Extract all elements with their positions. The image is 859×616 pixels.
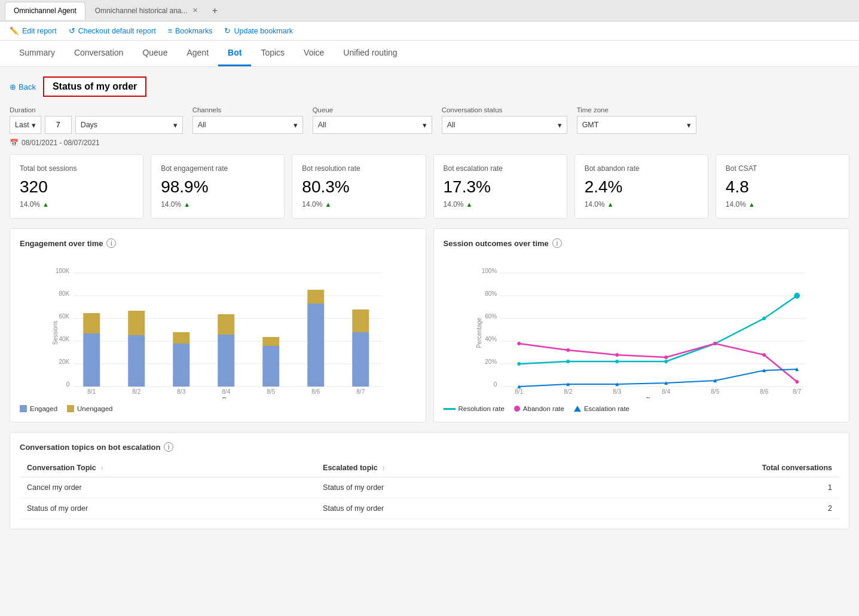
svg-text:8/6: 8/6 [760,388,768,395]
col-escalated-topic[interactable]: Escalated topic ↑ [316,459,565,477]
back-icon: ⊕ [10,82,16,91]
svg-text:60%: 60% [485,313,497,320]
tab-close-icon[interactable]: ✕ [192,7,198,14]
date-range: 📅 08/01/2021 - 08/07/2021 [10,139,849,147]
svg-text:8/3: 8/3 [613,388,621,395]
legend-resolution: Resolution rate [444,405,505,412]
svg-text:8/5: 8/5 [267,388,275,395]
sort-icon-escalated[interactable]: ↑ [382,465,385,471]
kpi-title-4: Bot abandon rate [585,164,698,173]
kpi-abandon-rate: Bot abandon rate 2.4% 14.0% ▲ [574,154,708,219]
svg-point-65 [615,353,619,357]
back-title-row: ⊕ Back Status of my order [10,76,849,97]
svg-text:8/4: 8/4 [222,388,230,395]
back-button[interactable]: ⊕ Back [10,82,36,91]
legend-unengaged: Unengaged [67,405,112,412]
trend-up-icon-5: ▲ [748,201,755,208]
cell-total-0: 1 [565,477,839,498]
kpi-engagement-rate: Bot engagement rate 98.9% 14.0% ▲ [151,154,285,219]
calendar-icon: 📅 [10,139,19,147]
table-row: Status of my order Status of my order 2 [20,498,839,519]
unengaged-color [67,405,74,412]
svg-text:8/4: 8/4 [662,388,670,395]
timezone-select[interactable]: GMT ▾ [577,116,696,134]
table-card: Conversation topics on bot escalation i … [10,432,849,529]
edit-report-button[interactable]: ✏️ Edit report [10,26,57,35]
tab-voice[interactable]: Voice [294,41,334,66]
svg-text:8/1: 8/1 [515,388,523,395]
sort-icon-topic[interactable]: ↑ [100,465,103,471]
trend-up-icon-1: ▲ [184,201,190,208]
tab-omnichannel-historical[interactable]: Omnichannel historical ana... ✕ [87,2,206,20]
tab-unified-routing[interactable]: Unified routing [334,41,406,66]
svg-point-62 [794,293,800,299]
page-title: Status of my order [43,76,146,97]
session-legend: Resolution rate Abandon rate Escalation … [444,405,840,412]
tab-topics[interactable]: Topics [251,41,294,66]
svg-point-58 [615,360,619,363]
col-total-conversations: Total conversations [565,459,839,477]
kpi-title-2: Bot resolution rate [302,164,415,173]
conv-status-select[interactable]: All ▾ [442,116,567,134]
col-conversation-topic[interactable]: Conversation Topic ↑ [20,459,316,477]
main-content: ⊕ Back Status of my order Duration Last … [0,67,859,616]
checkout-button[interactable]: ↺ Checkout default report [69,26,156,35]
kpi-title-1: Bot engagement rate [161,164,274,173]
svg-point-67 [713,342,717,345]
engagement-chart-card: Engagement over time i 0 20K 40K 60K 80K… [10,228,426,422]
svg-rect-14 [83,313,100,333]
kpi-value-0: 320 [20,177,133,197]
kpi-value-3: 17.3% [444,177,557,197]
engaged-color [20,405,27,412]
table-title: Conversation topics on bot escalation i [20,442,839,452]
svg-text:8/5: 8/5 [711,388,719,395]
conv-status-chevron-icon: ▾ [558,121,562,130]
kpi-title-0: Total bot sessions [20,164,133,173]
tab-queue[interactable]: Queue [133,41,177,66]
svg-rect-17 [128,311,145,335]
svg-rect-26 [262,337,279,346]
svg-text:80K: 80K [59,290,69,297]
svg-text:8/3: 8/3 [177,388,185,395]
duration-last-select[interactable]: Last ▾ [10,116,41,134]
new-tab-button[interactable]: + [207,3,223,19]
queue-select[interactable]: All ▾ [313,116,432,134]
svg-text:20%: 20% [485,358,497,365]
bookmarks-icon: ≡ [168,27,172,35]
kpi-value-1: 98.9% [161,177,274,197]
svg-point-56 [517,362,521,366]
queue-label: Queue [313,106,432,114]
tab-agent[interactable]: Agent [177,41,218,66]
svg-text:8/7: 8/7 [356,388,365,395]
tab-bot[interactable]: Bot [218,41,251,66]
toolbar: ✏️ Edit report ↺ Checkout default report… [0,22,859,41]
duration-unit-select[interactable]: Days ▾ [75,116,183,134]
engagement-info-icon[interactable]: i [106,238,116,248]
queue-filter: Queue All ▾ [313,106,432,134]
svg-point-57 [566,360,570,363]
cell-topic-0: Cancel my order [20,477,316,498]
tab-label-1: Omnichannel Agent [14,7,77,15]
engagement-chart-title: Engagement over time i [20,238,416,248]
tab-omnichannel-agent[interactable]: Omnichannel Agent [5,2,85,20]
svg-rect-23 [218,314,234,335]
channels-select[interactable]: All ▾ [192,116,303,134]
kpi-csat: Bot CSAT 4.8 14.0% ▲ [716,154,849,219]
timezone-chevron-icon: ▾ [687,121,691,130]
svg-point-66 [664,355,668,359]
bookmarks-button[interactable]: ≡ Bookmarks [168,27,213,35]
svg-point-68 [762,353,766,357]
table-info-icon[interactable]: i [164,442,173,452]
duration-number-input[interactable] [45,116,72,134]
update-bookmark-button[interactable]: ↻ Update bookmark [224,26,293,35]
svg-text:40K: 40K [59,336,69,342]
svg-text:8/2: 8/2 [564,388,572,395]
channels-filter: Channels All ▾ [192,106,303,134]
legend-engaged: Engaged [20,405,57,412]
tab-conversation[interactable]: Conversation [65,41,133,66]
trend-up-icon-2: ▲ [325,201,331,208]
chevron-down-icon: ▾ [32,121,36,130]
channels-label: Channels [192,106,303,114]
tab-summary[interactable]: Summary [10,41,65,66]
session-info-icon[interactable]: i [552,238,562,248]
